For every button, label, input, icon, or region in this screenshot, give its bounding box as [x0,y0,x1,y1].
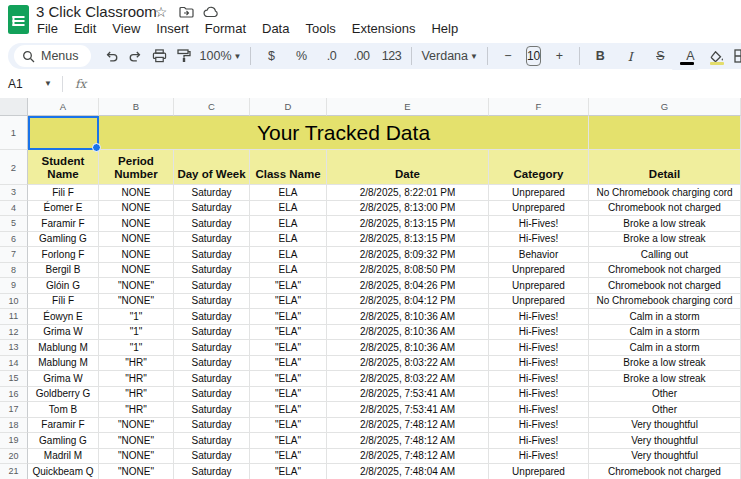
row-number[interactable]: 10 [0,294,28,310]
cell-A9[interactable]: Glóin G [28,278,99,294]
cell-E19[interactable]: 2/8/2025, 7:48:12 AM [327,433,489,449]
cell-C17[interactable]: Saturday [174,402,250,418]
decrease-font-size-button[interactable]: − [494,45,522,67]
cell-C14[interactable]: Saturday [174,356,250,372]
cell-B18[interactable]: "NONE" [99,418,174,434]
text-color-button[interactable]: A [676,45,704,67]
cell-A6[interactable]: Gamling G [28,232,99,248]
cell-B10[interactable]: "NONE" [99,294,174,310]
header-cell-C2[interactable]: Day of Week [174,150,250,185]
cell-E10[interactable]: 2/8/2025, 8:04:12 PM [327,294,489,310]
cell-F7[interactable]: Behavior [489,247,589,263]
row-number[interactable]: 9 [0,278,28,294]
cell-G16[interactable]: Other [589,387,741,403]
formula-input[interactable] [86,70,741,97]
row-number[interactable]: 7 [0,247,28,263]
increase-decimal-button[interactable]: .00 [347,45,375,67]
header-cell-D2[interactable]: Class Name [250,150,327,185]
column-header-D[interactable]: D [250,98,327,116]
cell-A12[interactable]: Grima W [28,325,99,341]
cell-C9[interactable]: Saturday [174,278,250,294]
cell-F16[interactable]: Hi-Fives! [489,387,589,403]
cell-D14[interactable]: "ELA" [250,356,327,372]
row-number[interactable]: 13 [0,340,28,356]
bold-button[interactable]: B [586,45,614,67]
cell-A5[interactable]: Faramir F [28,216,99,232]
cell-B13[interactable]: "1" [99,340,174,356]
cell-A1[interactable] [28,116,99,150]
cell-F11[interactable]: Hi-Fives! [489,309,589,325]
cell-G14[interactable]: Broke a low streak [589,356,741,372]
menu-edit[interactable]: Edit [66,21,104,36]
cell-D15[interactable]: "ELA" [250,371,327,387]
cell-F17[interactable]: Hi-Fives! [489,402,589,418]
row-number[interactable]: 19 [0,433,28,449]
cell-D13[interactable]: "ELA" [250,340,327,356]
redo-button[interactable] [125,45,147,67]
cell-E21[interactable]: 2/8/2025, 7:48:04 AM [327,464,489,479]
cell-B20[interactable]: "NONE" [99,449,174,465]
cell-D17[interactable]: "ELA" [250,402,327,418]
cell-G15[interactable]: Broke a low streak [589,371,741,387]
name-box[interactable]: A1 ▼ [0,77,58,91]
cell-C10[interactable]: Saturday [174,294,250,310]
cell-F21[interactable]: Unprepared [489,464,589,479]
decrease-decimal-button[interactable]: .0 [317,45,345,67]
cell-G7[interactable]: Calling out [589,247,741,263]
cell-A20[interactable]: Madril M [28,449,99,465]
cell-F14[interactable]: Hi-Fives! [489,356,589,372]
cell-G11[interactable]: Calm in a storm [589,309,741,325]
cell-E14[interactable]: 2/8/2025, 8:03:22 AM [327,356,489,372]
font-select[interactable]: Verdana▼ [418,45,481,67]
cell-B16[interactable]: "HR" [99,387,174,403]
cell-B11[interactable]: "1" [99,309,174,325]
merged-title-cell[interactable]: Your Tracked Data [99,116,589,150]
cell-G5[interactable]: Broke a low streak [589,216,741,232]
cell-A19[interactable]: Gamling G [28,433,99,449]
cell-G18[interactable]: Very thoughtful [589,418,741,434]
cell-F18[interactable]: Hi-Fives! [489,418,589,434]
column-header-B[interactable]: B [99,98,174,116]
menus-search[interactable]: Menus [14,45,91,67]
menu-data[interactable]: Data [254,21,297,36]
cell-C5[interactable]: Saturday [174,216,250,232]
row-number[interactable]: 16 [0,387,28,403]
cell-B8[interactable]: NONE [99,263,174,279]
cell-B3[interactable]: NONE [99,185,174,201]
cell-A4[interactable]: Éomer E [28,201,99,217]
cell-G21[interactable]: Chromebook not charged [589,464,741,479]
format-percent-button[interactable]: % [287,45,315,67]
cell-C16[interactable]: Saturday [174,387,250,403]
cell-B9[interactable]: "NONE" [99,278,174,294]
row-number[interactable]: 17 [0,402,28,418]
cell-E18[interactable]: 2/8/2025, 7:48:12 AM [327,418,489,434]
column-header-A[interactable]: A [28,98,99,116]
zoom-control[interactable]: 100%▼ [197,45,245,67]
paint-format-button[interactable] [173,45,195,67]
cell-B4[interactable]: NONE [99,201,174,217]
cell-D7[interactable]: ELA [250,247,327,263]
strikethrough-button[interactable]: S [646,45,674,67]
cell-G1[interactable] [589,116,741,150]
cell-A7[interactable]: Forlong F [28,247,99,263]
header-cell-A2[interactable]: Student Name [28,150,99,185]
cell-D6[interactable]: ELA [250,232,327,248]
menu-format[interactable]: Format [197,21,254,36]
cell-C20[interactable]: Saturday [174,449,250,465]
cell-F6[interactable]: Hi-Fives! [489,232,589,248]
menu-tools[interactable]: Tools [297,21,343,36]
cell-F5[interactable]: Hi-Fives! [489,216,589,232]
menu-extensions[interactable]: Extensions [344,21,424,36]
document-title[interactable]: 3 Click Classroom [36,3,157,20]
column-header-F[interactable]: F [489,98,589,116]
cell-C6[interactable]: Saturday [174,232,250,248]
cell-E11[interactable]: 2/8/2025, 8:10:36 AM [327,309,489,325]
cell-C18[interactable]: Saturday [174,418,250,434]
cell-D21[interactable]: "ELA" [250,464,327,479]
cell-A3[interactable]: Fili F [28,185,99,201]
cell-E7[interactable]: 2/8/2025, 8:09:32 PM [327,247,489,263]
cell-E12[interactable]: 2/8/2025, 8:10:36 AM [327,325,489,341]
cell-B14[interactable]: "HR" [99,356,174,372]
cell-F8[interactable]: Unprepared [489,263,589,279]
cell-G20[interactable]: Very thoughtful [589,449,741,465]
